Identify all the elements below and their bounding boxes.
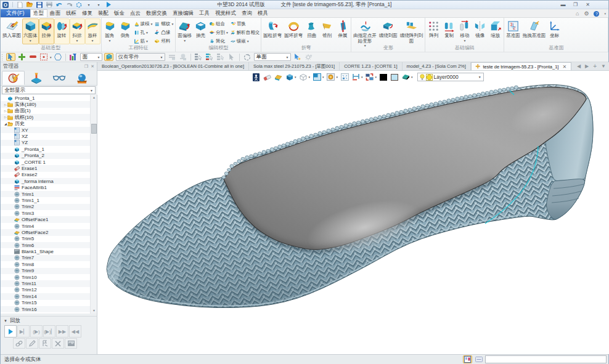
ribbon-button-抽壳[interactable]: 抽壳: [193, 18, 208, 44]
help-icon[interactable]: ?: [594, 11, 599, 17]
ribbon-button-凸缘[interactable]: 凸缘: [153, 28, 174, 36]
wireframe-display-icon[interactable]: [299, 73, 308, 81]
ribbon-button-缠绕到面[interactable]: 缠绕到面: [378, 18, 399, 44]
pick-cursor-icon[interactable]: [6, 53, 15, 61]
ribbon-button-倒角[interactable]: 倒角: [118, 18, 133, 44]
tree-item-OffsetFace2[interactable]: OffsetFace2: [1, 229, 90, 235]
document-tab[interactable]: Sola max steel 29-21075.Z3 - [草图001]: [249, 62, 340, 70]
help-dropdown-icon[interactable]: ▾: [604, 10, 606, 17]
menu-tab-查询[interactable]: 查询: [239, 9, 255, 17]
document-tab[interactable]: ✛teste de trimagem-55.Z3 - [Pronta_1]✕: [471, 62, 571, 70]
play-button[interactable]: [4, 325, 17, 338]
menu-tab-修复[interactable]: 修复: [80, 9, 96, 17]
tree-item-XY[interactable]: XY: [1, 127, 90, 133]
menu-tab-工具[interactable]: 工具: [197, 9, 213, 17]
qat-customize-icon[interactable]: ▾: [96, 2, 102, 8]
ribbon-button-替换[interactable]: 替换: [229, 20, 261, 28]
scrollbar-thumb[interactable]: [91, 124, 97, 134]
tree-item-Trim12[interactable]: Trim12: [1, 287, 90, 293]
regen-icon[interactable]: [76, 2, 82, 8]
dropdown-arrow-icon[interactable]: ▼: [150, 22, 153, 26]
menu-tab-点云[interactable]: 点云: [128, 9, 144, 17]
menu-tab-数据交换[interactable]: 数据交换: [144, 9, 170, 17]
dropdown-arrow-icon[interactable]: ▼: [171, 22, 174, 26]
tree-item-_Pronta_1[interactable]: _Pronta_1: [1, 146, 90, 152]
qat-dropdown-icon[interactable]: ▾: [86, 2, 92, 8]
input-note-icon[interactable]: [474, 355, 483, 363]
ribbon-button-扭曲[interactable]: 扭曲: [304, 18, 319, 44]
blank-eraser-icon[interactable]: [263, 73, 271, 81]
pick-last-icon[interactable]: [227, 53, 236, 61]
next-tab-icon[interactable]: ▶: [585, 63, 589, 69]
constraint-a-icon[interactable]: [167, 53, 176, 61]
tree-item-XZ[interactable]: XZ: [1, 133, 90, 139]
remove-entity-icon[interactable]: [28, 53, 38, 61]
pick-mode-combo[interactable]: 单面▼: [254, 53, 291, 61]
tree-item-Trim7[interactable]: Trim7: [1, 255, 90, 261]
step-end-button[interactable]: ▶▏: [17, 325, 30, 338]
tree-item-FaceAttrib1[interactable]: FaceAttrib1: [1, 184, 90, 190]
view-orient-icon[interactable]: [327, 73, 335, 81]
polygon-select-icon[interactable]: [53, 53, 62, 61]
redo-icon[interactable]: [66, 2, 72, 8]
ribbon-button-拖拽基准面[interactable]: 拖拽基准面: [521, 18, 547, 44]
manager-tab-assembly[interactable]: [25, 71, 47, 85]
tree-item-Trim11[interactable]: Trim11: [1, 280, 90, 286]
ribbon-button-分割[interactable]: 分割▼: [208, 28, 229, 36]
tree-item-Trim14[interactable]: Trim14: [1, 293, 90, 299]
window-select-dropdown-icon[interactable]: ▾: [50, 55, 52, 59]
command-input[interactable]: [485, 355, 607, 363]
dropdown-arrow-icon[interactable]: ▼: [183, 39, 186, 42]
menu-tab-视觉样式[interactable]: 视觉样式: [213, 9, 239, 17]
unblank-surface-icon[interactable]: [274, 73, 282, 81]
constraint-b-icon[interactable]: [178, 53, 187, 61]
toolbar-grip[interactable]: [1, 54, 3, 61]
tree-item-Trim16[interactable]: Trim16: [1, 306, 90, 312]
ribbon-button-缩放[interactable]: 缩放: [488, 18, 503, 44]
ribbon-button-由指定点开始变形[interactable]: 由指定点开 始变形▼: [352, 18, 378, 44]
ribbon-button-锥削[interactable]: 锥削: [319, 18, 335, 44]
ribbon-button-基准面[interactable]: 32基准面: [505, 18, 521, 44]
tab-menu-icon[interactable]: ▼: [601, 63, 606, 69]
print-icon[interactable]: [46, 2, 52, 8]
ribbon-button-移动[interactable]: 移动▼: [457, 18, 472, 44]
ribbon-button-圆环折弯[interactable]: 圆环折弯: [283, 18, 304, 44]
tree-item-_CORTE 1[interactable]: _CORTE 1: [1, 159, 90, 165]
entity-filter-combo[interactable]: 面▼: [80, 53, 102, 61]
ribbon-button-镜像[interactable]: 镜像: [472, 18, 488, 44]
view-orient-dropdown-icon[interactable]: ▾: [337, 75, 338, 79]
ribbon-button-面偏移[interactable]: 面偏移▼: [176, 18, 193, 44]
menu-tab-装配[interactable]: 装配: [96, 9, 112, 17]
dropdown-arrow-icon[interactable]: ▼: [76, 39, 79, 42]
ribbon-button-圆角[interactable]: 圆角▼: [102, 18, 118, 44]
tree-item-_Pronta_2[interactable]: _Pronta_2: [1, 153, 90, 159]
section-dropdown-icon[interactable]: ▾: [361, 75, 363, 79]
dropdown-arrow-icon[interactable]: ▼: [247, 39, 250, 43]
prev-tab-icon[interactable]: ◀: [577, 63, 581, 69]
open-file-icon[interactable]: [27, 2, 33, 8]
tree-item-Trim6[interactable]: Trim6: [1, 242, 90, 248]
ribbon-button-插入草图[interactable]: 插入草图: [1, 18, 22, 44]
edit-button[interactable]: [26, 338, 38, 349]
document-tab[interactable]: model_4.Z3 - [Sola Com 2%]: [403, 62, 471, 70]
manager-tab-history[interactable]: [2, 71, 25, 85]
ribbon-button-扫掠[interactable]: 扫掠▼: [70, 18, 85, 44]
tree-item-Trim8[interactable]: Trim8: [1, 261, 90, 267]
tree-item-_forma interna[interactable]: _forma interna: [1, 178, 90, 184]
maximize-button[interactable]: ❐: [572, 1, 579, 8]
tree-item-曲面(1)[interactable]: ▷曲面(1): [1, 108, 90, 114]
list-pick-1-icon[interactable]: [194, 53, 203, 61]
ribbon-button-拔模[interactable]: 拔模▼: [133, 20, 154, 28]
dropdown-arrow-icon[interactable]: ▼: [226, 31, 229, 34]
tree-item-YZ[interactable]: YZ: [1, 140, 90, 146]
input-filter-icon[interactable]: [463, 355, 472, 363]
document-tab[interactable]: CORTE 1.Z3 - [CORTE 1]: [340, 62, 402, 70]
add-entity-icon[interactable]: [17, 53, 27, 61]
tree-item-Erase2[interactable]: Erase2: [1, 172, 90, 178]
pick-settings-icon[interactable]: [304, 53, 313, 61]
menu-tab-曲面[interactable]: 曲面: [47, 9, 63, 17]
tree-item-Trim1[interactable]: Trim1: [1, 191, 90, 197]
cancel-button[interactable]: [52, 338, 64, 349]
list-pick-2-icon[interactable]: [205, 53, 214, 61]
tree-item-历史[interactable]: ◢历史: [1, 121, 90, 127]
